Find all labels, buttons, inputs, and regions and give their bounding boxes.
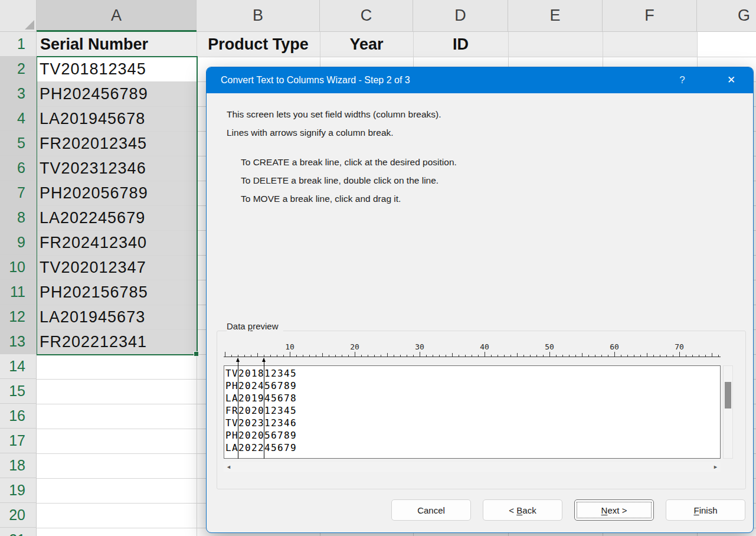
preview-vertical-scrollbar[interactable]	[723, 365, 733, 459]
preview-row: FR202012345	[225, 404, 720, 417]
row-header-19[interactable]: 19	[0, 478, 37, 503]
vertical-scrollbar-thumb[interactable]	[725, 382, 731, 408]
preview-row: LA202245679	[225, 442, 720, 454]
column-header-F[interactable]: F	[603, 0, 697, 32]
preview-horizontal-scrollbar[interactable]: ◄ ►	[224, 462, 721, 472]
cell-A2[interactable]: TV201812345	[40, 57, 146, 81]
button-accelerator: B	[516, 505, 522, 515]
row-header-4[interactable]: 4	[0, 106, 37, 131]
column-break-ruler[interactable]: 10203040506070	[224, 343, 721, 357]
gridline-vertical	[197, 32, 197, 536]
ruler-tick	[705, 355, 706, 357]
scroll-right-icon[interactable]: ►	[711, 462, 721, 472]
button-label: <	[509, 505, 516, 515]
ruler-tick	[342, 355, 342, 357]
ruler-tick	[452, 353, 453, 357]
ruler-tick	[257, 353, 258, 357]
ruler-tick	[601, 355, 602, 357]
fill-handle[interactable]	[194, 351, 199, 357]
cell-A13[interactable]: FR202212341	[40, 329, 147, 354]
cell-A8[interactable]: LA202245679	[40, 205, 145, 230]
cell-A10[interactable]: TV202012347	[40, 255, 146, 280]
ruler-tick	[387, 353, 388, 357]
row-header-20[interactable]: 20	[0, 503, 37, 528]
column-header-B[interactable]: B	[197, 0, 320, 32]
label-accelerator: p	[248, 321, 253, 331]
column-header-C[interactable]: C	[320, 0, 413, 32]
ruler-tick	[413, 355, 414, 357]
column-break-line[interactable]	[262, 358, 266, 459]
column-header-G[interactable]: G	[697, 0, 756, 32]
help-icon[interactable]: ?	[673, 67, 692, 93]
row-header-10[interactable]: 10	[0, 255, 37, 280]
ruler-tick	[316, 355, 316, 357]
finish-button[interactable]: Finish	[666, 499, 745, 521]
ruler-tick	[225, 352, 225, 357]
ruler-tick	[530, 355, 531, 357]
close-icon[interactable]: ✕	[718, 67, 745, 93]
select-all-button[interactable]	[0, 0, 37, 32]
ruler-label: 30	[415, 342, 424, 351]
column-header-A[interactable]: A	[37, 0, 197, 32]
cell-D1[interactable]: ID	[413, 32, 508, 57]
column-header-E[interactable]: E	[508, 0, 603, 32]
cancel-button[interactable]: Cancel	[391, 499, 471, 521]
next-button[interactable]: Next >	[574, 499, 654, 521]
ruler-tick	[562, 355, 563, 357]
cell-C1[interactable]: Year	[320, 32, 413, 57]
row-header-8[interactable]: 8	[0, 205, 37, 230]
data-preview-box[interactable]: TV201812345PH202456789LA201945678FR20201…	[224, 365, 721, 459]
ruler-tick	[322, 353, 323, 357]
row-header-1[interactable]: 1	[0, 32, 37, 57]
column-header-D[interactable]: D	[413, 0, 508, 32]
row-header-6[interactable]: 6	[0, 156, 37, 181]
ruler-tick	[309, 355, 310, 357]
cell-A5[interactable]: FR202012345	[40, 131, 147, 156]
cell-A12[interactable]: LA201945673	[40, 305, 145, 329]
back-button[interactable]: < Back	[483, 499, 562, 521]
row-header-11[interactable]: 11	[0, 280, 37, 305]
ruler-tick	[465, 355, 466, 357]
break-arrow-icon	[262, 358, 266, 362]
ruler-tick	[400, 355, 401, 357]
row-header-17[interactable]: 17	[0, 429, 37, 453]
row-header-5[interactable]: 5	[0, 131, 37, 156]
row-header-15[interactable]: 15	[0, 379, 37, 404]
row-header-21[interactable]: 21	[0, 528, 37, 536]
button-label: inish	[699, 505, 718, 515]
ruler-label: 10	[285, 342, 294, 351]
row-header-7[interactable]: 7	[0, 181, 37, 205]
row-header-2[interactable]: 2	[0, 57, 37, 81]
ruler-tick	[290, 352, 290, 357]
description-line-2: Lines with arrows signify a column break…	[227, 128, 394, 138]
ruler-tick	[426, 355, 427, 357]
row-header-3[interactable]: 3	[0, 81, 37, 106]
scroll-left-icon[interactable]: ◄	[224, 462, 234, 472]
cell-B1[interactable]: Product Type	[197, 32, 320, 57]
ruler-tick	[348, 355, 349, 357]
preview-row: TV201812345	[225, 367, 720, 380]
break-arrow-icon	[236, 358, 240, 362]
dialog-titlebar[interactable]: Convert Text to Columns Wizard - Step 2 …	[207, 67, 753, 93]
ruler-tick	[666, 355, 667, 357]
ruler-tick	[238, 355, 238, 357]
row-header-13[interactable]: 13	[0, 329, 37, 354]
cell-A3[interactable]: PH202456789	[40, 81, 148, 106]
cell-A7[interactable]: PH202056789	[40, 181, 148, 205]
ruler-tick	[523, 355, 524, 357]
row-header-18[interactable]: 18	[0, 453, 37, 478]
cell-A6[interactable]: TV202312346	[40, 156, 146, 181]
cell-A4[interactable]: LA201945678	[40, 106, 145, 131]
column-break-line[interactable]	[236, 358, 240, 459]
row-header-12[interactable]: 12	[0, 305, 37, 329]
cell-A1[interactable]: Serial Number	[40, 32, 148, 57]
ruler-tick	[478, 355, 479, 357]
cell-A11[interactable]: PH202156785	[40, 280, 148, 305]
ruler-tick	[634, 355, 634, 357]
row-header-9[interactable]: 9	[0, 230, 37, 255]
row-header-16[interactable]: 16	[0, 404, 37, 429]
ruler-tick	[244, 355, 245, 357]
instruction-create: To CREATE a break line, click at the des…	[241, 157, 457, 168]
row-header-14[interactable]: 14	[0, 354, 37, 379]
cell-A9[interactable]: FR202412340	[40, 230, 147, 255]
